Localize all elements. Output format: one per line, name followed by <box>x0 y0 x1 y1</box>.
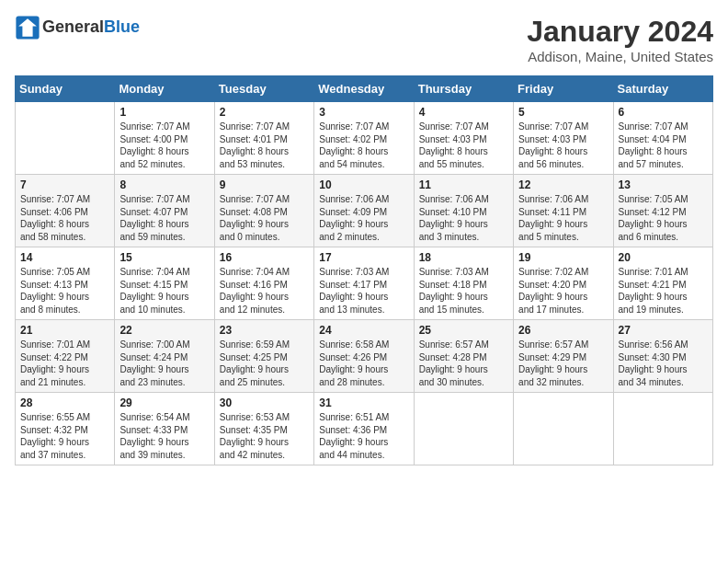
page-subtitle: Addison, Maine, United States <box>527 49 713 64</box>
logo-icon <box>15 15 40 40</box>
day-number: 1 <box>119 106 209 119</box>
day-info: Sunrise: 7:00 AMSunset: 4:24 PMDaylight:… <box>119 339 209 388</box>
calendar-cell: 26Sunrise: 6:57 AMSunset: 4:29 PMDayligh… <box>514 320 613 393</box>
day-number: 2 <box>220 106 309 119</box>
calendar-week-row: 21Sunrise: 7:01 AMSunset: 4:22 PMDayligh… <box>16 320 713 393</box>
calendar-cell: 5Sunrise: 7:07 AMSunset: 4:03 PMDaylight… <box>514 102 613 175</box>
day-info: Sunrise: 6:56 AMSunset: 4:30 PMDaylight:… <box>619 339 708 388</box>
calendar-cell: 1Sunrise: 7:07 AMSunset: 4:00 PMDaylight… <box>115 102 214 175</box>
day-header-thursday: Thursday <box>414 76 513 102</box>
calendar-cell: 28Sunrise: 6:55 AMSunset: 4:32 PMDayligh… <box>16 393 115 465</box>
day-info: Sunrise: 7:07 AMSunset: 4:08 PMDaylight:… <box>220 193 309 243</box>
day-info: Sunrise: 7:07 AMSunset: 4:03 PMDaylight:… <box>419 121 508 170</box>
day-number: 27 <box>619 324 708 337</box>
calendar-cell: 30Sunrise: 6:53 AMSunset: 4:35 PMDayligh… <box>214 393 313 465</box>
day-header-saturday: Saturday <box>613 76 712 102</box>
day-number: 20 <box>619 251 708 264</box>
day-number: 11 <box>419 178 508 191</box>
day-number: 24 <box>319 324 408 337</box>
calendar-cell: 20Sunrise: 7:01 AMSunset: 4:21 PMDayligh… <box>613 247 712 320</box>
calendar-cell: 24Sunrise: 6:58 AMSunset: 4:26 PMDayligh… <box>314 320 414 393</box>
calendar-cell: 2Sunrise: 7:07 AMSunset: 4:01 PMDaylight… <box>214 102 313 175</box>
calendar-cell: 17Sunrise: 7:03 AMSunset: 4:17 PMDayligh… <box>314 247 414 320</box>
day-number: 31 <box>319 396 408 409</box>
day-number: 26 <box>518 324 608 337</box>
calendar-cell: 23Sunrise: 6:59 AMSunset: 4:25 PMDayligh… <box>214 320 313 393</box>
day-header-friday: Friday <box>514 76 613 102</box>
calendar-cell: 8Sunrise: 7:07 AMSunset: 4:07 PMDaylight… <box>115 175 214 247</box>
day-info: Sunrise: 6:58 AMSunset: 4:26 PMDaylight:… <box>319 339 408 388</box>
calendar-cell: 18Sunrise: 7:03 AMSunset: 4:18 PMDayligh… <box>414 247 513 320</box>
day-number: 14 <box>20 251 109 264</box>
calendar-table: SundayMondayTuesdayWednesdayThursdayFrid… <box>15 75 713 465</box>
calendar-cell <box>514 393 613 465</box>
calendar-cell: 25Sunrise: 6:57 AMSunset: 4:28 PMDayligh… <box>414 320 513 393</box>
calendar-cell: 15Sunrise: 7:04 AMSunset: 4:15 PMDayligh… <box>115 247 214 320</box>
title-section: January 2024 Addison, Maine, United Stat… <box>527 15 713 64</box>
day-info: Sunrise: 7:07 AMSunset: 4:01 PMDaylight:… <box>220 121 309 170</box>
day-number: 10 <box>319 178 408 191</box>
day-info: Sunrise: 7:07 AMSunset: 4:04 PMDaylight:… <box>619 121 708 170</box>
day-info: Sunrise: 6:59 AMSunset: 4:25 PMDaylight:… <box>220 339 309 388</box>
day-info: Sunrise: 7:06 AMSunset: 4:11 PMDaylight:… <box>518 193 608 243</box>
day-number: 15 <box>119 251 209 264</box>
day-info: Sunrise: 7:07 AMSunset: 4:07 PMDaylight:… <box>119 193 209 243</box>
day-info: Sunrise: 7:07 AMSunset: 4:02 PMDaylight:… <box>319 121 408 170</box>
day-info: Sunrise: 6:54 AMSunset: 4:33 PMDaylight:… <box>119 411 209 461</box>
calendar-cell: 4Sunrise: 7:07 AMSunset: 4:03 PMDaylight… <box>414 102 513 175</box>
day-header-sunday: Sunday <box>16 76 115 102</box>
calendar-cell: 31Sunrise: 6:51 AMSunset: 4:36 PMDayligh… <box>314 393 414 465</box>
calendar-cell: 3Sunrise: 7:07 AMSunset: 4:02 PMDaylight… <box>314 102 414 175</box>
day-number: 9 <box>220 178 309 191</box>
logo-general-text: GeneralBlue <box>42 18 140 37</box>
day-info: Sunrise: 7:04 AMSunset: 4:15 PMDaylight:… <box>119 266 209 316</box>
day-info: Sunrise: 7:03 AMSunset: 4:18 PMDaylight:… <box>419 266 508 316</box>
calendar-cell: 29Sunrise: 6:54 AMSunset: 4:33 PMDayligh… <box>115 393 214 465</box>
day-info: Sunrise: 7:03 AMSunset: 4:17 PMDaylight:… <box>319 266 408 316</box>
calendar-cell: 10Sunrise: 7:06 AMSunset: 4:09 PMDayligh… <box>314 175 414 247</box>
day-number: 8 <box>119 178 209 191</box>
day-info: Sunrise: 7:02 AMSunset: 4:20 PMDaylight:… <box>518 266 608 316</box>
day-number: 5 <box>518 106 608 119</box>
day-info: Sunrise: 6:53 AMSunset: 4:35 PMDaylight:… <box>220 411 309 461</box>
day-info: Sunrise: 7:07 AMSunset: 4:06 PMDaylight:… <box>20 193 109 243</box>
day-info: Sunrise: 7:05 AMSunset: 4:13 PMDaylight:… <box>20 266 109 316</box>
calendar-cell: 16Sunrise: 7:04 AMSunset: 4:16 PMDayligh… <box>214 247 313 320</box>
day-number: 19 <box>518 251 608 264</box>
calendar-cell: 12Sunrise: 7:06 AMSunset: 4:11 PMDayligh… <box>514 175 613 247</box>
day-number: 22 <box>119 324 209 337</box>
calendar-cell: 6Sunrise: 7:07 AMSunset: 4:04 PMDaylight… <box>613 102 712 175</box>
calendar-week-row: 14Sunrise: 7:05 AMSunset: 4:13 PMDayligh… <box>16 247 713 320</box>
day-number: 4 <box>419 106 508 119</box>
day-number: 16 <box>220 251 309 264</box>
day-number: 30 <box>220 396 309 409</box>
day-header-monday: Monday <box>115 76 214 102</box>
calendar-week-row: 7Sunrise: 7:07 AMSunset: 4:06 PMDaylight… <box>16 175 713 247</box>
day-number: 25 <box>419 324 508 337</box>
logo: GeneralBlue <box>15 15 140 40</box>
calendar-week-row: 28Sunrise: 6:55 AMSunset: 4:32 PMDayligh… <box>16 393 713 465</box>
day-number: 23 <box>220 324 309 337</box>
day-number: 28 <box>20 396 109 409</box>
day-number: 21 <box>20 324 109 337</box>
day-number: 7 <box>20 178 109 191</box>
calendar-cell <box>613 393 712 465</box>
calendar-cell <box>16 102 115 175</box>
calendar-cell: 19Sunrise: 7:02 AMSunset: 4:20 PMDayligh… <box>514 247 613 320</box>
day-info: Sunrise: 6:57 AMSunset: 4:29 PMDaylight:… <box>518 339 608 388</box>
day-info: Sunrise: 7:01 AMSunset: 4:22 PMDaylight:… <box>20 339 109 388</box>
day-info: Sunrise: 7:06 AMSunset: 4:09 PMDaylight:… <box>319 193 408 243</box>
day-info: Sunrise: 7:06 AMSunset: 4:10 PMDaylight:… <box>419 193 508 243</box>
calendar-week-row: 1Sunrise: 7:07 AMSunset: 4:00 PMDaylight… <box>16 102 713 175</box>
day-info: Sunrise: 7:07 AMSunset: 4:03 PMDaylight:… <box>518 121 608 170</box>
calendar-cell: 7Sunrise: 7:07 AMSunset: 4:06 PMDaylight… <box>16 175 115 247</box>
day-number: 3 <box>319 106 408 119</box>
day-number: 29 <box>119 396 209 409</box>
calendar-cell: 27Sunrise: 6:56 AMSunset: 4:30 PMDayligh… <box>613 320 712 393</box>
calendar-cell: 22Sunrise: 7:00 AMSunset: 4:24 PMDayligh… <box>115 320 214 393</box>
calendar-cell: 14Sunrise: 7:05 AMSunset: 4:13 PMDayligh… <box>16 247 115 320</box>
day-info: Sunrise: 6:51 AMSunset: 4:36 PMDaylight:… <box>319 411 408 461</box>
day-info: Sunrise: 7:05 AMSunset: 4:12 PMDaylight:… <box>619 193 708 243</box>
day-header-tuesday: Tuesday <box>214 76 313 102</box>
header-row: SundayMondayTuesdayWednesdayThursdayFrid… <box>16 76 713 102</box>
